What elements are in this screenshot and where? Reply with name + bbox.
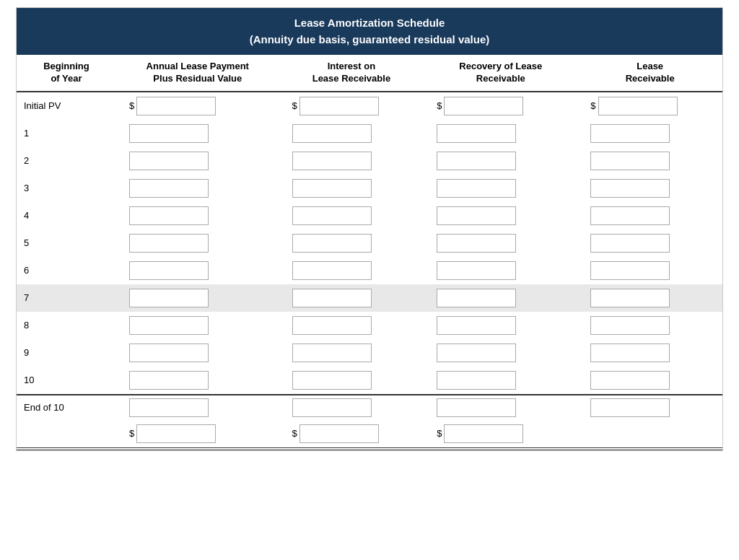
totals-cell-col0: $ xyxy=(116,421,279,449)
row-label-1: 1 xyxy=(17,120,116,147)
input-row4-col2[interactable] xyxy=(437,206,516,225)
input-cell-row10-col2 xyxy=(424,367,577,395)
input-cell-row5-col0 xyxy=(116,229,279,257)
dollar-sign: $ xyxy=(292,100,297,111)
input-row7-col1[interactable] xyxy=(292,289,372,307)
input-cell-row3-col2 xyxy=(424,175,577,202)
input-row0-col3[interactable] xyxy=(598,97,678,115)
input-cell-row3-col1 xyxy=(279,175,424,202)
input-row7-col2[interactable] xyxy=(437,289,516,307)
input-row10-col0[interactable] xyxy=(129,371,209,390)
input-cell-row7-col0 xyxy=(116,284,279,312)
dollar-sign: $ xyxy=(129,100,134,111)
input-row1-col2[interactable] xyxy=(437,124,516,143)
input-row3-col3[interactable] xyxy=(590,179,670,198)
input-row4-col1[interactable] xyxy=(292,206,372,225)
input-cell-row4-col2 xyxy=(424,202,577,229)
row-label-7: 7 xyxy=(17,284,116,312)
totals-cell-col3 xyxy=(577,421,722,449)
input-row3-col1[interactable] xyxy=(292,179,372,198)
input-cell-row1-col3 xyxy=(577,120,722,147)
input-row5-col2[interactable] xyxy=(437,234,516,253)
input-row1-col3[interactable] xyxy=(590,124,670,143)
input-row2-col2[interactable] xyxy=(437,152,516,170)
input-row11-col0[interactable] xyxy=(129,398,209,417)
input-row7-col0[interactable] xyxy=(129,289,209,307)
row-label-9: 9 xyxy=(17,339,116,367)
input-row6-col2[interactable] xyxy=(437,261,516,280)
input-cell-row1-col2 xyxy=(424,120,577,147)
input-cell-row5-col3 xyxy=(577,229,722,257)
input-row10-col1[interactable] xyxy=(292,371,372,390)
input-cell-row8-col3 xyxy=(577,312,722,339)
input-row3-col0[interactable] xyxy=(129,179,209,198)
input-row10-col2[interactable] xyxy=(437,371,516,390)
input-row6-col0[interactable] xyxy=(129,261,209,280)
input-cell-row10-col0 xyxy=(116,367,279,395)
input-row5-col1[interactable] xyxy=(292,234,372,253)
input-row9-col0[interactable] xyxy=(129,344,209,362)
input-row5-col0[interactable] xyxy=(129,234,209,253)
input-cell-row11-col0 xyxy=(116,395,279,421)
totals-cell-col2: $ xyxy=(424,421,577,449)
input-cell-row2-col2 xyxy=(424,147,577,175)
input-cell-row9-col1 xyxy=(279,339,424,367)
input-cell-row2-col0 xyxy=(116,147,279,175)
total-input-col2[interactable] xyxy=(444,424,523,443)
input-cell-row10-col1 xyxy=(279,367,424,395)
input-cell-row6-col1 xyxy=(279,257,424,284)
input-cell-row1-col0 xyxy=(116,120,279,147)
total-dollar-sign: $ xyxy=(437,428,442,439)
col-header-lease: Lease Receivable xyxy=(577,55,722,92)
input-row9-col1[interactable] xyxy=(292,344,372,362)
total-input-col0[interactable] xyxy=(136,424,216,443)
input-row3-col2[interactable] xyxy=(437,179,516,198)
input-row4-col3[interactable] xyxy=(590,206,670,225)
col-header-recovery: Recovery of Lease Receivable xyxy=(424,55,577,92)
input-row11-col2[interactable] xyxy=(437,398,516,417)
input-row8-col3[interactable] xyxy=(590,316,670,335)
input-row11-col1[interactable] xyxy=(292,398,372,417)
dollar-sign: $ xyxy=(590,100,595,111)
input-row0-col1[interactable] xyxy=(299,97,379,115)
table-title: Lease Amortization Schedule (Annuity due… xyxy=(17,8,722,55)
total-input-col1[interactable] xyxy=(299,424,379,443)
row-label-end-of-10: End of 10 xyxy=(17,395,116,421)
input-row7-col3[interactable] xyxy=(590,289,670,307)
input-row9-col2[interactable] xyxy=(437,344,516,362)
input-cell-row7-col2 xyxy=(424,284,577,312)
input-cell-row11-col2 xyxy=(424,395,577,421)
input-row8-col2[interactable] xyxy=(437,316,516,335)
input-row2-col1[interactable] xyxy=(292,152,372,170)
input-row8-col1[interactable] xyxy=(292,316,372,335)
totals-cell-col1: $ xyxy=(279,421,424,449)
input-row9-col3[interactable] xyxy=(590,344,670,362)
lease-amortization-table: Lease Amortization Schedule (Annuity due… xyxy=(16,7,723,451)
input-cell-row4-col3 xyxy=(577,202,722,229)
input-row4-col0[interactable] xyxy=(129,206,209,225)
input-cell-row1-col1 xyxy=(279,120,424,147)
input-cell-row9-col2 xyxy=(424,339,577,367)
input-row2-col0[interactable] xyxy=(129,152,209,170)
input-row6-col3[interactable] xyxy=(590,261,670,280)
input-row8-col0[interactable] xyxy=(129,316,209,335)
input-row0-col2[interactable] xyxy=(444,97,523,115)
input-row11-col3[interactable] xyxy=(590,398,670,417)
input-row6-col1[interactable] xyxy=(292,261,372,280)
input-cell-row0-col2: $ xyxy=(424,92,577,120)
row-label-6: 6 xyxy=(17,257,116,284)
input-cell-row5-col2 xyxy=(424,229,577,257)
input-row1-col0[interactable] xyxy=(129,124,209,143)
input-cell-row8-col1 xyxy=(279,312,424,339)
input-cell-row3-col0 xyxy=(116,175,279,202)
input-cell-row0-col1: $ xyxy=(279,92,424,120)
input-row1-col1[interactable] xyxy=(292,124,372,143)
input-cell-row6-col3 xyxy=(577,257,722,284)
row-label-3: 3 xyxy=(17,175,116,202)
input-row10-col3[interactable] xyxy=(590,371,670,390)
input-row5-col3[interactable] xyxy=(590,234,670,253)
input-row2-col3[interactable] xyxy=(590,152,670,170)
input-row0-col0[interactable] xyxy=(136,97,216,115)
input-cell-row2-col3 xyxy=(577,147,722,175)
input-cell-row3-col3 xyxy=(577,175,722,202)
